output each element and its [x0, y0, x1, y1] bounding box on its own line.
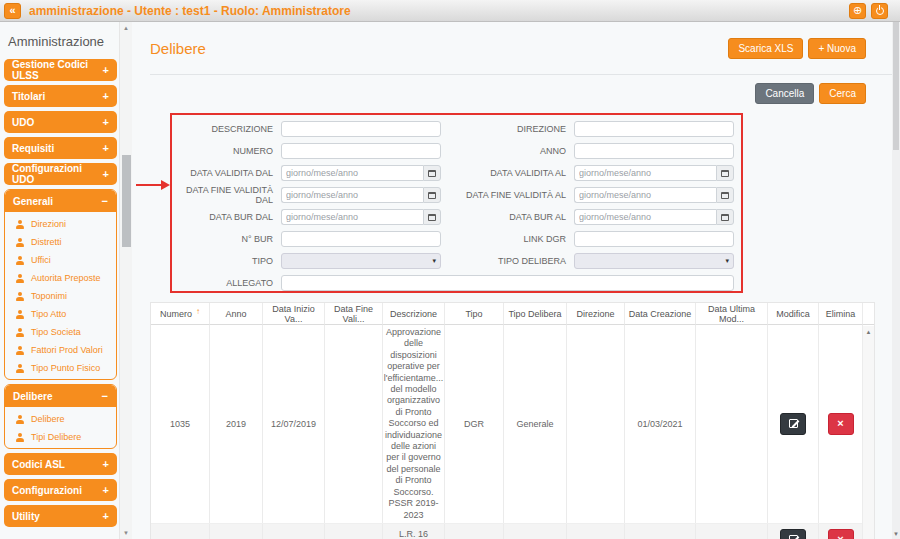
sidebar-item-toponimi[interactable]: Toponimi	[5, 287, 116, 305]
sidebar-scrollbar-thumb[interactable]	[122, 155, 131, 247]
form-row: DATA BUR DALDATA BUR AL	[179, 206, 734, 228]
sidebar-item-fattori-prod-valori[interactable]: Fattori Prod Valori	[5, 341, 116, 359]
modifica-button[interactable]	[780, 413, 806, 435]
sidebar-item-label: Tipo Societa	[31, 327, 81, 337]
n-bur-label: N° BUR	[179, 234, 281, 244]
sidebar-item-tipi-delibere[interactable]: Tipi Delibere	[5, 428, 116, 446]
sidebar-group-titolari[interactable]: Titolari+	[4, 85, 117, 107]
sidebar-item-label: Tipo Punto Fisico	[31, 363, 100, 373]
descrizione-input[interactable]	[281, 121, 441, 137]
column-header-data-creazione[interactable]: Data Creazione	[625, 303, 696, 325]
column-header-numero[interactable]: Numero↑	[151, 303, 210, 325]
sidebar-group-gestione-codici-ulss[interactable]: Gestione Codici ULSS+	[4, 59, 117, 81]
data-fine-validit-dal-input[interactable]	[281, 187, 423, 203]
main-scrollbar-thumb[interactable]	[893, 22, 899, 150]
column-header-label: Tipo Delibera	[508, 309, 561, 319]
anno-input[interactable]	[574, 143, 734, 159]
main-scroll-down-icon[interactable]: ▼	[892, 531, 900, 537]
data-fine-validit-dal-calendar-button[interactable]	[423, 187, 441, 203]
form-row: NUMEROANNO	[179, 140, 734, 162]
cell-data-fine-vali	[325, 524, 383, 539]
annotation-arrow	[136, 184, 162, 186]
table-row: L.R. 16 agosto 2002. n. 22×	[151, 524, 874, 539]
column-header-tipo[interactable]: Tipo	[445, 303, 504, 325]
data-fine-validit-al-calendar-button[interactable]	[716, 187, 734, 203]
logout-power-button[interactable]	[871, 3, 888, 19]
column-header-data-inizio-va[interactable]: Data Inizio Va...	[263, 303, 325, 325]
sidebar-group-generali[interactable]: Generali−	[5, 190, 116, 212]
column-header-modifica[interactable]: Modifica	[768, 303, 819, 325]
cell-data-creazione	[625, 524, 696, 539]
field-data-bur-dal	[281, 209, 441, 225]
data-validita-al-input[interactable]	[574, 165, 716, 181]
power-icon	[876, 7, 884, 15]
collapse-sidebar-button[interactable]: «	[4, 3, 21, 19]
sidebar-group-codici-asl[interactable]: Codici ASL+	[4, 453, 117, 475]
cerca-button[interactable]: Cerca	[819, 83, 866, 104]
table-scroll-up-icon[interactable]: ▲	[866, 329, 872, 335]
collapse-icon: −	[102, 195, 108, 207]
link-dgr-label: LINK DGR	[450, 234, 574, 244]
expand-icon: +	[103, 458, 109, 470]
data-validita-dal-calendar-button[interactable]	[423, 165, 441, 181]
cancella-button[interactable]: Cancella	[755, 83, 814, 104]
user-icon	[16, 346, 26, 355]
column-header-descrizione[interactable]: Descrizione	[383, 303, 445, 325]
tipo-select[interactable]: ▾	[281, 253, 441, 269]
tipo-delibera-select[interactable]: ▾	[574, 253, 734, 269]
column-header-label: Anno	[225, 309, 246, 319]
scarica-xls-button[interactable]: Scarica XLS	[728, 38, 803, 59]
data-bur-dal-calendar-button[interactable]	[423, 209, 441, 225]
data-bur-al-input[interactable]	[574, 209, 716, 225]
sidebar-item-tipo-punto-fisico[interactable]: Tipo Punto Fisico	[5, 359, 116, 377]
tipo-delibera-label: TIPO DELIBERA	[450, 256, 574, 266]
cell-data-ultima-mod	[696, 325, 768, 523]
data-validita-al-calendar-button[interactable]	[716, 165, 734, 181]
data-fine-validit-al-input[interactable]	[574, 187, 716, 203]
user-icon	[16, 220, 26, 229]
language-globe-button[interactable]: ⊕	[849, 3, 866, 19]
cell-tipo	[445, 524, 504, 539]
table-scrollbar[interactable]: ▲	[862, 326, 874, 539]
sidebar-item-distretti[interactable]: Distretti	[5, 233, 116, 251]
column-header-tipo-delibera[interactable]: Tipo Delibera	[504, 303, 567, 325]
link-dgr-input[interactable]	[574, 231, 734, 247]
column-header-elimina[interactable]: Elimina	[819, 303, 863, 325]
sidebar-group-configurazioni-udo[interactable]: Configurazioni UDO+	[4, 163, 117, 185]
sidebar-item-direzioni[interactable]: Direzioni	[5, 215, 116, 233]
field-link-dgr	[574, 231, 734, 247]
column-header-data-fine-vali[interactable]: Data Fine Vali...	[325, 303, 383, 325]
cell-direzione	[567, 524, 625, 539]
table-header-row: Numero↑AnnoData Inizio Va...Data Fine Va…	[151, 303, 874, 325]
main-scrollbar[interactable]: ▼	[892, 22, 900, 539]
sidebar-group-configurazioni[interactable]: Configurazioni+	[4, 479, 117, 501]
sidebar-group-requisiti[interactable]: Requisiti+	[4, 137, 117, 159]
scroll-down-icon[interactable]: ▼	[120, 530, 132, 536]
data-bur-dal-input[interactable]	[281, 209, 423, 225]
sidebar-item-autorita-preposte[interactable]: Autorita Preposte	[5, 269, 116, 287]
numero-input[interactable]	[281, 143, 441, 159]
scroll-up-icon[interactable]: ▲	[120, 25, 132, 31]
sidebar-item-uffici[interactable]: Uffici	[5, 251, 116, 269]
sidebar-scrollbar[interactable]: ▲ ▼	[119, 22, 132, 539]
sidebar-item-delibere[interactable]: Delibere	[5, 410, 116, 428]
column-header-data-ultima-mod[interactable]: Data Ultima Mod...	[696, 303, 768, 325]
sidebar-item-tipo-atto[interactable]: Tipo Atto	[5, 305, 116, 323]
user-icon	[16, 292, 26, 301]
user-icon	[16, 274, 26, 283]
column-header-direzione[interactable]: Direzione	[567, 303, 625, 325]
elimina-button[interactable]: ×	[828, 413, 854, 435]
direzione-input[interactable]	[574, 121, 734, 137]
nuova-button[interactable]: + Nuova	[808, 38, 866, 59]
sidebar-group-udo[interactable]: UDO+	[4, 111, 117, 133]
column-header-anno[interactable]: Anno	[210, 303, 263, 325]
sidebar-item-tipo-societa[interactable]: Tipo Societa	[5, 323, 116, 341]
sidebar-group-utility[interactable]: Utility+	[4, 505, 117, 527]
n-bur-input[interactable]	[281, 231, 441, 247]
modifica-button[interactable]	[780, 529, 806, 539]
sidebar-group-delibere[interactable]: Delibere−	[5, 385, 116, 407]
allegato-input[interactable]	[281, 275, 734, 291]
data-bur-al-calendar-button[interactable]	[716, 209, 734, 225]
elimina-button[interactable]: ×	[828, 529, 854, 539]
data-validita-dal-input[interactable]	[281, 165, 423, 181]
